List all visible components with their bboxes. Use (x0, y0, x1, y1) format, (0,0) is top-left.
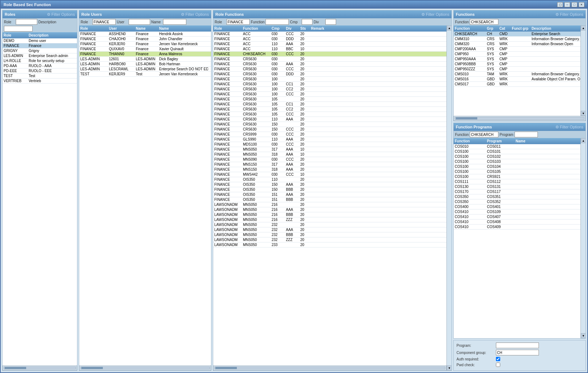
table-row[interactable]: FINANCE MNS150 318 AAA 20 (213, 167, 446, 172)
table-row[interactable]: FINANCE KERJER0 Finance Jeroen Van Kerre… (79, 42, 211, 47)
table-row[interactable]: LAWSONADM MNS050 233 20 (213, 242, 446, 247)
fp-scroll-down[interactable]: ▼ (581, 333, 585, 338)
table-row[interactable]: FINANCE MNS090 030 CCC 20 (213, 157, 446, 162)
table-row[interactable]: COS100 COS101 (454, 149, 580, 154)
detail-cg-input[interactable] (496, 350, 539, 355)
table-row[interactable]: LAWSONADM MNS050 216 ZZZ 20 (213, 217, 446, 222)
users-scrollbar-h[interactable] (79, 365, 211, 370)
table-row[interactable]: COS410 COS409 (454, 225, 580, 230)
table-row[interactable]: DEMO Demo user (3, 38, 77, 43)
table-row[interactable]: FINANCE CRS630 100 CC2 20 (213, 87, 446, 92)
table-row[interactable]: FINANCE Finance (3, 43, 77, 48)
fn-scrollbar-v[interactable]: ▲ ▼ (580, 25, 585, 116)
rf-role-filter[interactable] (226, 19, 250, 25)
table-row[interactable]: FINANCE CRS630 100 CCC 20 (213, 92, 446, 97)
table-row[interactable]: PD-AAA RUOLO - AAA (3, 63, 77, 69)
roles-filter-options[interactable]: ⚙ Filter Options (47, 12, 75, 17)
table-row[interactable]: CMS010 TAM WRK Information Browser Categ… (454, 72, 580, 77)
table-row[interactable]: COS100 COS102 (454, 154, 580, 159)
table-row[interactable]: CMP950AAA SYS CMP (454, 57, 580, 62)
table-row[interactable]: FINANCE CRS999 030 CCC 20 (213, 132, 446, 137)
fn-thumb-h[interactable] (456, 117, 477, 119)
table-row[interactable]: CHKSEARCH CH CMD Enterprise Search (454, 32, 580, 37)
fn-scroll-up[interactable]: ▲ (581, 25, 585, 30)
fp-prog-filter[interactable] (515, 132, 538, 137)
functions-filter-options[interactable]: ⚙ Filter Options (555, 12, 583, 17)
fn-scroll-down[interactable]: ▼ (581, 111, 585, 116)
table-row[interactable]: LES-ADMIN 12601 LES-ADMIN Dick Bagley (79, 57, 211, 62)
table-row[interactable]: CMS016 GBD WRK Available Object Ctrl Par… (454, 77, 580, 82)
table-row[interactable]: COS100 COS103 (454, 159, 580, 164)
table-row[interactable]: CMP950ZZZ SYS CMP (454, 67, 580, 72)
table-row[interactable]: FINANCE CRS630 100 20 (213, 77, 446, 82)
table-row[interactable]: FINANCE OIS350 150 AAA 20 (213, 182, 446, 187)
table-row[interactable]: FINANCE THIANN0 Finance Anna Malmros (79, 52, 211, 57)
roles-thumb-h[interactable] (5, 367, 26, 369)
rf-scrollbar-h[interactable] (213, 365, 446, 370)
table-row[interactable]: CMP950BBB SYS CMP (454, 62, 580, 67)
detail-program-input[interactable] (496, 343, 539, 348)
roles-desc-filter[interactable] (4, 26, 33, 32)
table-row[interactable]: FINANCE CRS630 100 CC1 20 (213, 82, 446, 87)
table-row[interactable]: FINANCE CRS630 030 CCC 20 (213, 67, 446, 72)
table-row[interactable]: COS100 CRS921 (454, 174, 580, 179)
table-row[interactable]: CMP200AAA SYS CMP (454, 47, 580, 52)
rf-div-filter[interactable] (325, 19, 336, 25)
rf-func-filter[interactable] (266, 19, 289, 25)
rf-scroll-down[interactable]: ▼ (447, 365, 451, 370)
table-row[interactable]: FINANCE ACC 110 BBC 10 (213, 47, 446, 52)
fp-scrollbar-v[interactable]: ▲ ▼ (580, 138, 585, 338)
table-row[interactable]: FINANCE CRS630 030 AAA 20 (213, 62, 446, 67)
table-row[interactable]: FINANCE MWS442 030 CCC 10 (213, 172, 446, 177)
table-row[interactable]: GRIGNY Grigny (3, 48, 77, 53)
table-row[interactable]: LAWSONADM MNS050 216 20 (213, 202, 446, 207)
users-thumb-h[interactable] (81, 367, 103, 369)
table-row[interactable]: PD-EEE RUOLO - EEE (3, 69, 77, 74)
table-row[interactable]: LES-ADMIN HARBO80 LES-ADMIN Bob Hartman (79, 62, 211, 67)
table-row[interactable]: FINANCE QUIXAV0 Finance Xavier Quinault (79, 47, 211, 52)
maximize-button[interactable]: □ (572, 2, 577, 7)
table-row[interactable]: COS350 COS352 (454, 199, 580, 204)
detail-pwd-checkbox[interactable] (496, 363, 500, 367)
users-role-filter[interactable] (92, 19, 116, 25)
table-row[interactable]: FINANCE OIS350 151 BBB 20 (213, 197, 446, 202)
fn-func-filter[interactable] (470, 19, 498, 25)
role-functions-filter-options[interactable]: ⚙ Filter Options (421, 12, 449, 17)
table-row[interactable]: LES-ADMIN Enterprise Search admin (3, 53, 77, 58)
close-button[interactable]: ✕ (579, 2, 584, 7)
table-row[interactable]: FINANCE MNS050 317 AAA 10 (213, 147, 446, 152)
table-row[interactable]: COS410 COS407 (454, 214, 580, 219)
table-row[interactable]: LAWSONADM MNS050 232 AAA 20 (213, 227, 446, 232)
table-row[interactable]: CMM310 CRS WRK Information Browser Categ… (454, 37, 580, 42)
table-row[interactable]: COS100 COS104 (454, 164, 580, 169)
table-row[interactable]: FINANCE CRS630 105 CC1 20 (213, 102, 446, 107)
table-row[interactable]: FINANCE CRS630 150 20 (213, 122, 446, 127)
rf-scrollbar-v[interactable]: ▲ ▼ (446, 25, 451, 370)
table-row[interactable]: FINANCE CRS630 105 CC2 20 (213, 107, 446, 112)
table-row[interactable]: FINANCE OIS350 150 BBB 20 (213, 187, 446, 192)
fp-func-filter[interactable] (470, 132, 498, 137)
table-row[interactable]: FINANCE MNS150 317 AAA 20 (213, 162, 446, 167)
rf-scroll-up[interactable]: ▲ (447, 25, 451, 30)
roles-role-filter[interactable] (16, 19, 37, 25)
table-row[interactable]: COS111 COS112 (454, 179, 580, 184)
table-row[interactable]: VERTRIEB Vertrieb (3, 79, 77, 84)
table-row[interactable]: FINANCE CRS630 110 AAA 20 (213, 117, 446, 122)
table-row[interactable]: FINANCE ACC 030 CCC 20 (213, 32, 446, 37)
table-row[interactable]: FINANCE CHAJOH0 Finance John Chandler (79, 37, 211, 42)
table-row[interactable]: FINANCE CRS630 030 DDD 20 (213, 72, 446, 77)
role-users-filter-options[interactable]: ⚙ Filter Options (181, 12, 209, 17)
table-row[interactable]: CMP950 SYS CMP (454, 52, 580, 57)
table-row[interactable]: LAWSONADM MNS050 216 AAA 20 (213, 207, 446, 212)
table-row[interactable]: LES-ADMIN LESCRAWL LES-ADMIN Enterprise … (79, 67, 211, 72)
table-row[interactable]: FINANCE CRS630 105 20 (213, 97, 446, 102)
fp-scroll-up[interactable]: ▲ (581, 138, 585, 143)
table-row[interactable]: COS010 COS011 (454, 144, 580, 149)
detail-auth-checkbox[interactable] (496, 357, 500, 361)
table-row[interactable]: COS410 COS408 (454, 219, 580, 225)
table-row[interactable]: FINANCE MNS050 318 AAA 10 (213, 152, 446, 157)
table-row[interactable]: COS400 COS401 (454, 204, 580, 209)
table-row[interactable]: TEST KERJER9 Test Jeroen Van Kerrebroeck (79, 72, 211, 77)
minimize-button[interactable]: – (564, 2, 570, 7)
table-row[interactable]: TEST Test (3, 74, 77, 79)
